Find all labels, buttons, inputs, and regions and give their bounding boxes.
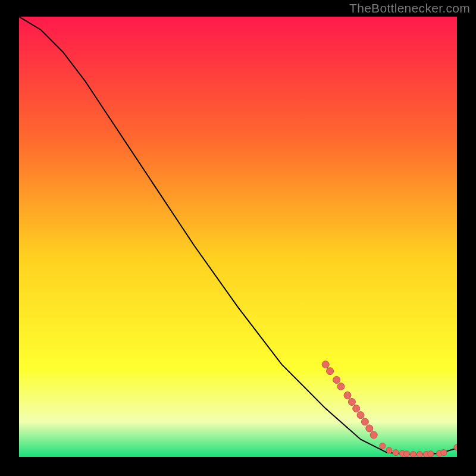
data-marker xyxy=(344,392,351,399)
data-marker xyxy=(370,431,377,439)
data-marker xyxy=(357,412,364,419)
data-marker xyxy=(333,377,340,384)
gradient-background xyxy=(19,17,457,457)
data-marker xyxy=(403,451,409,457)
data-marker xyxy=(416,452,422,457)
data-marker xyxy=(337,383,345,390)
watermark-label: TheBottlenecker.com xyxy=(349,1,470,15)
data-marker xyxy=(348,399,355,406)
data-marker xyxy=(393,450,399,456)
data-marker xyxy=(428,451,434,457)
data-marker xyxy=(380,443,386,449)
data-marker xyxy=(353,405,360,412)
data-marker xyxy=(441,450,447,456)
plot-area xyxy=(19,17,457,457)
data-marker xyxy=(361,418,368,425)
data-marker xyxy=(322,361,329,368)
data-marker xyxy=(327,368,334,375)
chart-frame: TheBottlenecker.com xyxy=(0,0,476,476)
data-marker xyxy=(386,447,392,453)
bottleneck-chart xyxy=(19,17,457,457)
data-marker xyxy=(366,425,373,432)
data-marker xyxy=(410,452,416,457)
